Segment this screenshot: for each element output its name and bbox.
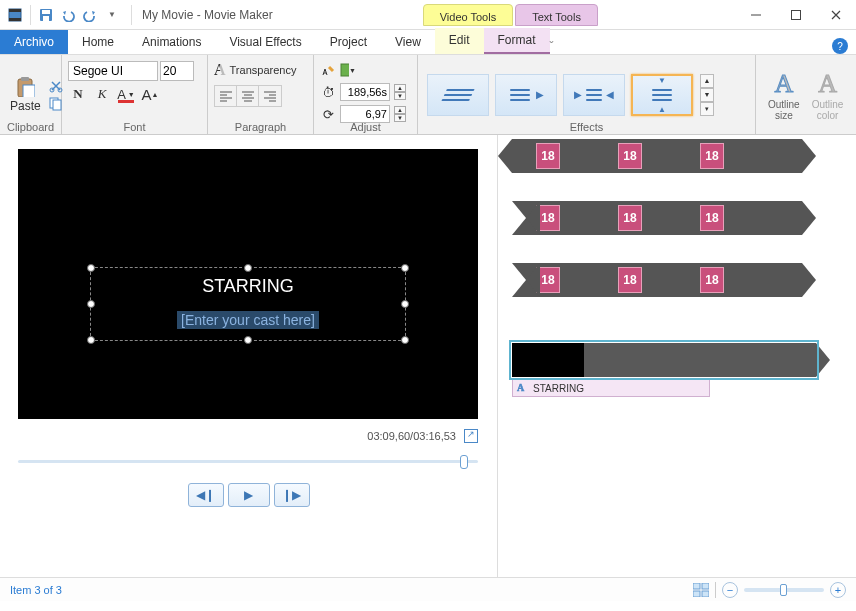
maximize-button[interactable]: [776, 1, 816, 29]
outline-size-button[interactable]: A Outline size: [762, 67, 806, 123]
resize-handle-sw[interactable]: [87, 336, 95, 344]
window-title: My Movie - Movie Maker: [142, 8, 273, 22]
rating-badge: 18: [618, 205, 642, 231]
svg-rect-28: [693, 583, 700, 589]
ribbon: Paste Clipboard N K A▼ A▲ Font: [0, 55, 856, 135]
start-down[interactable]: ▼: [394, 92, 406, 100]
paste-label: Paste: [10, 99, 41, 113]
svg-rect-2: [9, 18, 21, 21]
play-button[interactable]: ▶: [228, 483, 270, 507]
resize-handle-s[interactable]: [244, 336, 252, 344]
zoom-in-button[interactable]: +: [830, 582, 846, 598]
title-text: STARRING: [91, 276, 405, 297]
rating-badge: 18: [536, 205, 560, 231]
tab-file[interactable]: Archivo: [0, 30, 68, 54]
resize-handle-se[interactable]: [401, 336, 409, 344]
group-paragraph-label: Paragraph: [208, 121, 313, 133]
undo-icon[interactable]: [60, 7, 76, 23]
resize-handle-n[interactable]: [244, 264, 252, 272]
start-time-input[interactable]: [340, 83, 390, 101]
bold-button[interactable]: N: [68, 85, 88, 103]
timeline-pane[interactable]: 18 18 18 18 18 18 18 18 18: [497, 135, 856, 577]
align-right-button[interactable]: [259, 86, 281, 106]
tab-project[interactable]: Project: [316, 30, 381, 54]
fullscreen-button[interactable]: [464, 429, 478, 443]
effect-2[interactable]: ▶: [495, 74, 557, 116]
timeline-clip-3[interactable]: 18 18 18: [512, 263, 802, 297]
prev-frame-button[interactable]: ◀❙: [188, 483, 224, 507]
ribbon-minimize-icon[interactable]: ˇ: [550, 40, 554, 54]
effects-scroll-up[interactable]: ▲: [700, 74, 714, 88]
help-icon[interactable]: ?: [832, 38, 848, 54]
svg-rect-1: [9, 9, 21, 12]
resize-handle-e[interactable]: [401, 300, 409, 308]
svg-rect-14: [53, 100, 61, 110]
title-textbox[interactable]: STARRING [Enter your cast here]: [90, 267, 406, 341]
tab-view[interactable]: View: [381, 30, 435, 54]
next-frame-button[interactable]: ❙▶: [274, 483, 310, 507]
video-preview[interactable]: STARRING [Enter your cast here]: [18, 149, 478, 419]
group-clipboard-label: Clipboard: [0, 121, 61, 133]
outline-color-button[interactable]: A Outline color: [806, 67, 850, 123]
rating-badge: 18: [700, 143, 724, 169]
title-placeholder[interactable]: [Enter your cast here]: [177, 311, 319, 329]
svg-rect-7: [792, 10, 801, 19]
rating-badge: 18: [536, 143, 560, 169]
tab-format[interactable]: Format: [484, 28, 550, 54]
grow-font-button[interactable]: A▲: [140, 85, 160, 103]
tab-home[interactable]: Home: [68, 30, 128, 54]
italic-button[interactable]: K: [92, 85, 112, 103]
seek-bar[interactable]: [18, 449, 478, 473]
tab-edit[interactable]: Edit: [435, 28, 484, 54]
start-up[interactable]: ▲: [394, 84, 406, 92]
view-thumbnails-button[interactable]: [693, 583, 709, 597]
save-icon[interactable]: [38, 7, 54, 23]
close-button[interactable]: [816, 1, 856, 29]
font-color-button[interactable]: A▼: [116, 85, 136, 103]
align-center-button[interactable]: [237, 86, 259, 106]
effects-gallery-button[interactable]: ▾: [700, 102, 714, 116]
dur-up[interactable]: ▲: [394, 106, 406, 114]
effect-1[interactable]: [427, 74, 489, 116]
redo-icon[interactable]: [82, 7, 98, 23]
qat-dropdown-icon[interactable]: ▼: [104, 7, 120, 23]
rating-badge: 18: [536, 267, 560, 293]
contextual-tab-text[interactable]: Text Tools: [515, 4, 598, 26]
effect-3[interactable]: ▶◀: [563, 74, 625, 116]
resize-handle-nw[interactable]: [87, 264, 95, 272]
quick-access-toolbar: ▼: [0, 5, 127, 25]
contextual-tab-video[interactable]: Video Tools: [423, 4, 513, 26]
svg-rect-30: [693, 591, 700, 597]
zoom-slider[interactable]: [744, 588, 824, 592]
effects-scroll-down[interactable]: ▼: [700, 88, 714, 102]
resize-handle-ne[interactable]: [401, 264, 409, 272]
group-effects-label: Effects: [418, 121, 755, 133]
align-left-button[interactable]: [215, 86, 237, 106]
zoom-out-button[interactable]: −: [722, 582, 738, 598]
font-size-select[interactable]: [160, 61, 194, 81]
text-background-icon[interactable]: ▼: [340, 62, 356, 78]
font-family-select[interactable]: [68, 61, 158, 81]
svg-rect-5: [43, 16, 49, 21]
tab-visual-effects[interactable]: Visual Effects: [215, 30, 315, 54]
app-icon[interactable]: [7, 7, 23, 23]
status-text: Item 3 of 3: [10, 584, 62, 596]
caption-track[interactable]: A STARRING: [512, 379, 710, 397]
tab-animations[interactable]: Animations: [128, 30, 215, 54]
copy-icon[interactable]: [49, 97, 63, 111]
ribbon-tabs: Archivo Home Animations Visual Effects P…: [0, 30, 856, 55]
seek-thumb[interactable]: [460, 455, 468, 469]
effect-4[interactable]: ▼▲: [631, 74, 693, 116]
svg-rect-4: [42, 10, 50, 14]
resize-handle-w[interactable]: [87, 300, 95, 308]
timeline-clip-2[interactable]: 18 18 18: [512, 201, 802, 235]
zoom-thumb[interactable]: [780, 584, 787, 596]
transparency-button[interactable]: Transparency: [230, 64, 297, 76]
edit-text-icon[interactable]: [320, 62, 336, 78]
rating-badge: 18: [618, 143, 642, 169]
paste-button[interactable]: Paste: [6, 75, 45, 115]
minimize-button[interactable]: [736, 1, 776, 29]
timeline-clip-1[interactable]: 18 18 18: [512, 139, 802, 173]
cut-icon[interactable]: [49, 79, 63, 93]
timeline-title-clip[interactable]: [512, 343, 816, 377]
